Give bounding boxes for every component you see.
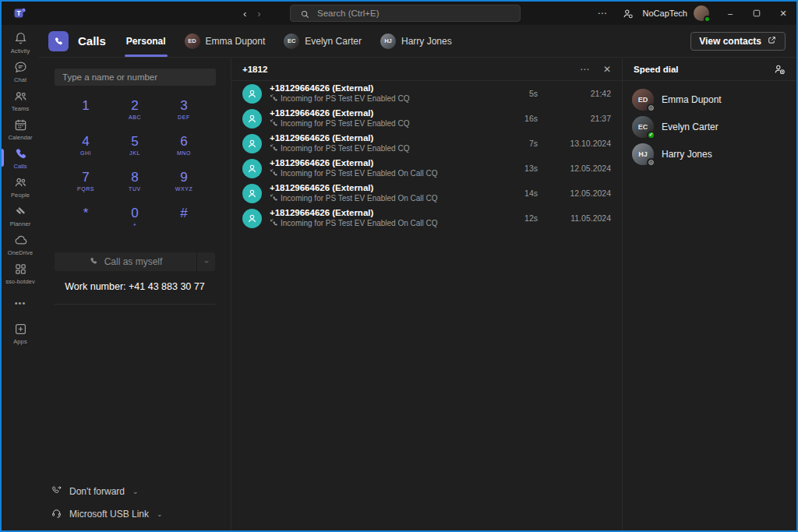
account-name[interactable]: NoCapTech <box>643 9 687 18</box>
titlebar: T ‹ › ⋯ NoCapTech – ✕ <box>2 2 796 25</box>
dialpad-key-1[interactable]: 1 <box>62 98 111 134</box>
sidebar-item-calls[interactable]: Calls <box>2 143 39 172</box>
add-speed-dial-icon[interactable] <box>773 63 786 76</box>
divider <box>55 304 215 305</box>
dialpad-key-hash[interactable]: # <box>160 206 209 241</box>
incoming-call-icon <box>270 143 277 153</box>
nav-back-icon[interactable]: ‹ <box>243 9 246 19</box>
view-contacts-button[interactable]: View contacts <box>690 32 786 51</box>
audio-device-setting[interactable]: Microsoft USB Link ⌄ <box>51 507 163 521</box>
planner-icon <box>13 204 28 219</box>
call-history-row[interactable]: +18129664626 (External) Incoming for PS … <box>231 81 622 106</box>
call-history-row[interactable]: +18129664626 (External) Incoming for PS … <box>231 106 622 131</box>
sidebar-item-people[interactable]: People <box>2 172 39 201</box>
call-duration: 5s <box>502 89 538 98</box>
call-history-row[interactable]: +18129664626 (External) Incoming for PS … <box>231 156 622 181</box>
dialpad-key-4[interactable]: 4GHI <box>62 134 111 170</box>
tab-personal[interactable]: Personal <box>126 25 166 57</box>
minimize-button[interactable]: – <box>717 2 743 25</box>
call-as-myself-button[interactable]: Call as myself <box>55 252 196 271</box>
call-timestamp: 13.10.2024 <box>563 139 611 148</box>
nav-forward-icon[interactable]: › <box>257 9 260 19</box>
dialpad-key-9[interactable]: 9WXYZ <box>160 170 209 206</box>
calls-header: Calls Personal ED Emma Dupont EC Evelyn … <box>39 25 796 58</box>
search-box[interactable] <box>290 5 521 22</box>
speed-dial-contact[interactable]: HJ✕ Harry Jones <box>623 140 796 167</box>
dialpad: 1 2ABC 3DEF 4GHI 5JKL 6MNO 7PQRS 8TUV 9W… <box>39 98 231 241</box>
teams-logo-icon: T <box>13 6 27 20</box>
call-duration: 7s <box>502 139 538 148</box>
sidebar-item-chat[interactable]: Chat <box>2 57 39 86</box>
sidebar-item-apps[interactable]: Apps <box>2 319 39 347</box>
phone-icon <box>89 256 98 268</box>
dialpad-panel: 1 2ABC 3DEF 4GHI 5JKL 6MNO 7PQRS 8TUV 9W… <box>39 58 231 530</box>
headset-icon <box>51 507 62 521</box>
caller-avatar <box>242 209 262 228</box>
people-icon <box>13 175 28 190</box>
speed-dial-panel: Speed dial ED✕ Emma Dupont EC✓ Evelyn Ca… <box>623 58 796 530</box>
offline-status-badge: ✕ <box>647 104 655 112</box>
avatar: ED✕ <box>632 89 654 111</box>
dialpad-key-8[interactable]: 8TUV <box>111 170 160 206</box>
dialpad-key-6[interactable]: 6MNO <box>160 134 209 170</box>
call-history-panel: +1812 ⋯ ✕ +18129664626 (External) Incomi… <box>231 58 623 530</box>
tab-bar: Personal ED Emma Dupont EC Evelyn Carter… <box>126 25 452 57</box>
sidebar-item-activity[interactable]: Activity <box>2 28 39 57</box>
clear-filter-icon[interactable]: ✕ <box>603 64 611 75</box>
app-grid-icon <box>13 262 28 277</box>
rail-more-button[interactable]: ••• <box>2 295 39 311</box>
calendar-icon <box>13 118 28 132</box>
avatar: EC <box>284 33 299 49</box>
account-status-icon[interactable] <box>616 8 640 19</box>
tab-emma-dupont[interactable]: ED Emma Dupont <box>185 25 266 57</box>
titlebar-more-icon[interactable]: ⋯ <box>590 8 616 19</box>
dialpad-key-2[interactable]: 2ABC <box>111 98 160 134</box>
close-button[interactable]: ✕ <box>770 2 796 25</box>
chevron-down-icon: ⌄ <box>132 488 139 495</box>
dialpad-key-3[interactable]: 3DEF <box>160 98 209 134</box>
call-as-dropdown-button[interactable] <box>196 252 215 271</box>
call-timestamp: 12.05.2024 <box>563 164 611 173</box>
chat-icon <box>13 60 28 75</box>
dialpad-key-5[interactable]: 5JKL <box>111 134 160 170</box>
caller-avatar <box>242 84 262 104</box>
sidebar-item-calendar[interactable]: Calendar <box>2 115 39 143</box>
dialpad-key-7[interactable]: 7PQRS <box>62 170 111 206</box>
sidebar-item-onedrive[interactable]: OneDrive <box>2 230 39 259</box>
sidebar-item-teams[interactable]: Teams <box>2 86 39 115</box>
speed-dial-list: ED✕ Emma Dupont EC✓ Evelyn Carter HJ✕ Ha… <box>623 81 796 167</box>
call-history-more-icon[interactable]: ⋯ <box>580 64 590 75</box>
speed-dial-contact[interactable]: EC✓ Evelyn Carter <box>623 113 796 140</box>
avatar: HJ <box>380 33 396 49</box>
sidebar-item-sso-botdev[interactable]: sso-botdev <box>2 259 39 287</box>
incoming-call-icon <box>270 93 277 104</box>
svg-text:T: T <box>16 9 21 17</box>
caller-avatar <box>242 159 262 178</box>
call-timestamp: 11.05.2024 <box>563 213 611 223</box>
search-icon <box>300 9 310 23</box>
dial-input[interactable] <box>55 69 216 86</box>
dialpad-key-0[interactable]: 0+ <box>111 206 160 241</box>
call-history-row[interactable]: +18129664626 (External) Incoming for PS … <box>231 181 622 206</box>
speed-dial-contact[interactable]: ED✕ Emma Dupont <box>623 86 796 113</box>
sidebar-item-planner[interactable]: Planner <box>2 201 39 230</box>
dialpad-key-star[interactable]: * <box>62 206 111 241</box>
incoming-call-icon <box>270 168 277 178</box>
maximize-button[interactable] <box>743 2 770 25</box>
tab-harry-jones[interactable]: HJ Harry Jones <box>380 25 452 57</box>
avatar: HJ✕ <box>632 143 654 165</box>
available-status-dot <box>704 16 711 23</box>
call-history-row[interactable]: +18129664626 (External) Incoming for PS … <box>231 206 622 231</box>
speed-dial-title: Speed dial <box>634 65 679 74</box>
incoming-call-icon <box>270 218 277 228</box>
search-input[interactable] <box>317 9 496 18</box>
apps-plus-icon <box>13 322 28 336</box>
call-history-header: +1812 ⋯ ✕ <box>231 58 622 81</box>
call-history-row[interactable]: +18129664626 (External) Incoming for PS … <box>231 131 622 156</box>
forwarding-setting[interactable]: Don't forward ⌄ <box>51 484 163 499</box>
account-avatar[interactable] <box>694 5 709 21</box>
chevron-down-icon: ⌄ <box>157 510 163 518</box>
bell-icon <box>13 31 28 46</box>
offline-status-badge: ✕ <box>647 158 655 167</box>
tab-evelyn-carter[interactable]: EC Evelyn Carter <box>284 25 362 57</box>
